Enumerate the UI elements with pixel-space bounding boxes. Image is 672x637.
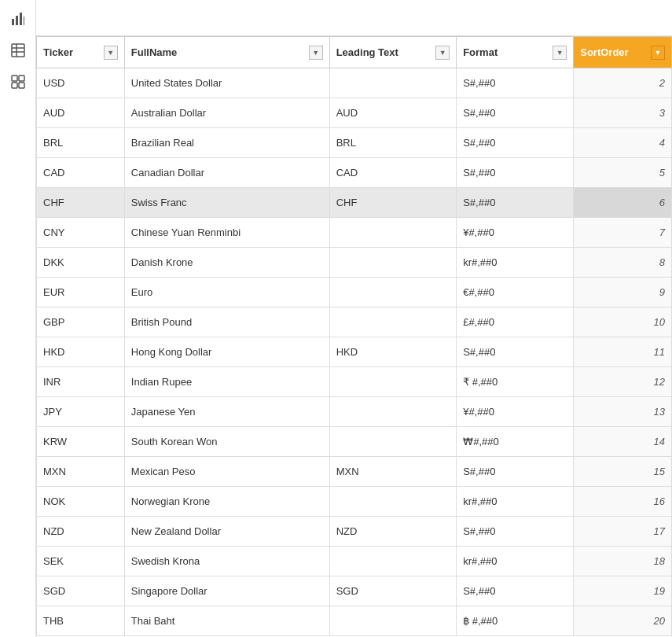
table-header-row: Ticker▼FullName▼Leading Text▼Format▼Sort… bbox=[37, 37, 672, 68]
table-row[interactable]: CADCanadian DollarCADS#,##05 bbox=[37, 158, 672, 188]
table-row[interactable]: KRWSouth Korean Won₩#,##014 bbox=[37, 427, 672, 457]
col-label-format: Format bbox=[463, 46, 498, 58]
table-row[interactable]: THBThai Baht฿ #,##020 bbox=[37, 606, 672, 636]
data-table: Ticker▼FullName▼Leading Text▼Format▼Sort… bbox=[36, 36, 672, 636]
close-button[interactable] bbox=[42, 7, 64, 29]
table-row[interactable]: CHFSwiss FrancCHFS#,##06 bbox=[37, 188, 672, 218]
svg-rect-3 bbox=[24, 17, 24, 25]
table-row[interactable]: USDUnited States DollarS#,##02 bbox=[37, 68, 672, 98]
table-row[interactable]: EUREuro€#,##09 bbox=[37, 278, 672, 307]
cell-fullName: Canadian Dollar bbox=[124, 158, 329, 188]
cell-leadingText bbox=[329, 278, 456, 307]
col-label-sortOrder: SortOrder bbox=[580, 46, 628, 58]
cell-format: £#,##0 bbox=[457, 307, 574, 337]
cell-format: ₩#,##0 bbox=[457, 427, 574, 457]
data-icon[interactable] bbox=[4, 68, 32, 96]
cell-ticker: NOK bbox=[37, 487, 125, 517]
cell-fullName: Japanese Yen bbox=[124, 397, 329, 427]
col-dropdown-sortOrder[interactable]: ▼ bbox=[651, 46, 665, 60]
table-row[interactable]: JPYJapanese Yen¥#,##013 bbox=[37, 397, 672, 427]
chart-icon[interactable] bbox=[4, 5, 32, 33]
svg-rect-9 bbox=[19, 75, 24, 81]
cell-leadingText: MXN bbox=[329, 457, 456, 487]
table-row[interactable]: NOKNorwegian Kronekr#,##016 bbox=[37, 487, 672, 517]
cell-ticker: SEK bbox=[37, 547, 125, 576]
cell-ticker: MXN bbox=[37, 457, 125, 487]
cell-leadingText bbox=[329, 68, 456, 98]
col-header-leadingText: Leading Text▼ bbox=[329, 37, 456, 68]
cell-leadingText bbox=[329, 307, 456, 337]
cell-format: ¥#,##0 bbox=[457, 397, 574, 427]
cell-format: S#,##0 bbox=[457, 68, 574, 98]
cell-ticker: CNY bbox=[37, 218, 125, 248]
table-row[interactable]: NZDNew Zealand DollarNZDS#,##017 bbox=[37, 517, 672, 547]
table-row[interactable]: BRLBrazilian RealBRLS#,##04 bbox=[37, 128, 672, 158]
table-row[interactable]: CNYChinese Yuan Renminbi¥#,##07 bbox=[37, 218, 672, 248]
cell-ticker: BRL bbox=[37, 128, 125, 158]
col-dropdown-leadingText[interactable]: ▼ bbox=[435, 46, 450, 60]
cell-fullName: Swiss Franc bbox=[124, 188, 329, 218]
svg-rect-8 bbox=[12, 75, 17, 81]
cell-ticker: DKK bbox=[37, 248, 125, 278]
cell-format: S#,##0 bbox=[457, 337, 574, 367]
cell-leadingText bbox=[329, 367, 456, 397]
col-header-ticker: Ticker▼ bbox=[37, 37, 125, 68]
cell-fullName: Norwegian Krone bbox=[124, 487, 329, 517]
cell-ticker: SGD bbox=[37, 576, 125, 606]
cell-format: €#,##0 bbox=[457, 278, 574, 307]
cell-sortOrder: 18 bbox=[574, 547, 672, 576]
table-row[interactable]: DKKDanish Kronekr#,##08 bbox=[37, 248, 672, 278]
cell-leadingText bbox=[329, 218, 456, 248]
cell-fullName: South Korean Won bbox=[124, 427, 329, 457]
cell-leadingText bbox=[329, 427, 456, 457]
main-container: Ticker▼FullName▼Leading Text▼Format▼Sort… bbox=[0, 0, 672, 637]
cell-format: kr#,##0 bbox=[457, 487, 574, 517]
cell-ticker: CAD bbox=[37, 158, 125, 188]
table-row[interactable]: GBPBritish Pound£#,##010 bbox=[37, 307, 672, 337]
cell-leadingText: HKD bbox=[329, 337, 456, 367]
col-dropdown-ticker[interactable]: ▼ bbox=[104, 46, 118, 60]
cell-format: kr#,##0 bbox=[457, 248, 574, 278]
col-dropdown-format[interactable]: ▼ bbox=[553, 46, 567, 60]
table-row[interactable]: HKDHong Kong DollarHKDS#,##011 bbox=[37, 337, 672, 367]
cell-ticker: CHF bbox=[37, 188, 125, 218]
cell-sortOrder: 12 bbox=[574, 367, 672, 397]
cell-ticker: GBP bbox=[37, 307, 125, 337]
col-label-ticker: Ticker bbox=[43, 46, 73, 58]
cell-leadingText bbox=[329, 606, 456, 636]
cell-format: S#,##0 bbox=[457, 457, 574, 487]
cell-sortOrder: 6 bbox=[574, 188, 672, 218]
cell-ticker: USD bbox=[37, 68, 125, 98]
col-header-format: Format▼ bbox=[457, 37, 574, 68]
cell-leadingText: SGD bbox=[329, 576, 456, 606]
cell-ticker: KRW bbox=[37, 427, 125, 457]
table-row[interactable]: SGDSingapore DollarSGDS#,##019 bbox=[37, 576, 672, 606]
cell-leadingText: BRL bbox=[329, 128, 456, 158]
table-icon[interactable] bbox=[4, 36, 32, 64]
sidebar bbox=[0, 0, 36, 637]
cell-fullName: Swedish Krona bbox=[124, 547, 329, 576]
svg-rect-4 bbox=[12, 44, 24, 57]
cell-leadingText: AUD bbox=[329, 98, 456, 128]
cell-format: S#,##0 bbox=[457, 517, 574, 547]
svg-rect-1 bbox=[16, 16, 18, 25]
col-label-leadingText: Leading Text bbox=[336, 46, 398, 58]
cell-ticker: AUD bbox=[37, 98, 125, 128]
cell-fullName: United States Dollar bbox=[124, 68, 329, 98]
table-row[interactable]: MXNMexican PesoMXNS#,##015 bbox=[37, 457, 672, 487]
cell-sortOrder: 14 bbox=[574, 427, 672, 457]
cell-leadingText bbox=[329, 248, 456, 278]
cell-ticker: HKD bbox=[37, 337, 125, 367]
cell-format: S#,##0 bbox=[457, 158, 574, 188]
confirm-button[interactable] bbox=[68, 7, 90, 29]
cell-sortOrder: 4 bbox=[574, 128, 672, 158]
table-row[interactable]: AUDAustralian DollarAUDS#,##03 bbox=[37, 98, 672, 128]
col-dropdown-fullName[interactable]: ▼ bbox=[309, 46, 323, 60]
svg-rect-2 bbox=[20, 13, 22, 25]
cell-fullName: Singapore Dollar bbox=[124, 576, 329, 606]
cell-sortOrder: 8 bbox=[574, 248, 672, 278]
table-row[interactable]: SEKSwedish Kronakr#,##018 bbox=[37, 547, 672, 576]
table-row[interactable]: INRIndian Rupee₹ #,##012 bbox=[37, 367, 672, 397]
svg-rect-10 bbox=[12, 83, 17, 88]
cell-ticker: NZD bbox=[37, 517, 125, 547]
